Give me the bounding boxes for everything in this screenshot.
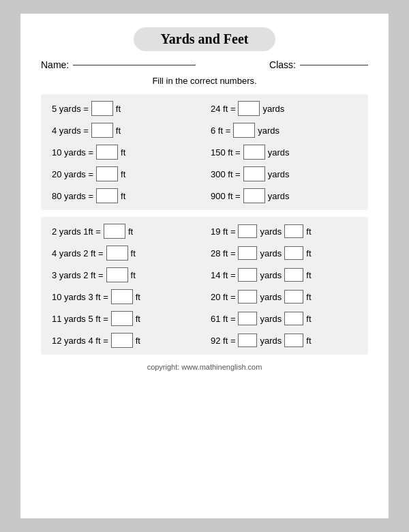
answer-input[interactable] <box>91 101 113 116</box>
name-label: Name: <box>41 59 69 70</box>
left-unit: ft <box>116 104 121 114</box>
right-unit: yards <box>268 191 290 201</box>
left-unit: ft <box>116 125 121 136</box>
name-field-group: Name: <box>41 59 196 70</box>
answer-input[interactable] <box>111 289 133 304</box>
answer-input[interactable] <box>96 145 118 160</box>
section-2: 2 yards 1ft = ft 19 ft = yards ft 4 yard… <box>41 217 368 355</box>
answer-input[interactable] <box>284 246 303 260</box>
answer-input[interactable] <box>111 333 133 348</box>
right-question: 19 ft = <box>211 226 236 237</box>
right-unit: yards <box>268 147 290 158</box>
problem-row: 10 yards = ft 150 ft = yards <box>52 145 357 160</box>
right-question: 14 ft = <box>211 270 236 280</box>
left-unit: ft <box>121 191 125 201</box>
problem-row: 11 yards 5 ft = ft 61 ft = yards ft <box>52 311 357 326</box>
right-problem: 150 ft = yards <box>211 145 357 160</box>
answer-input[interactable] <box>111 311 133 326</box>
answer-input[interactable] <box>238 101 260 116</box>
left-unit: ft <box>121 147 125 158</box>
left-question: 11 yards 5 ft = <box>52 314 108 324</box>
answer-input[interactable] <box>243 145 265 160</box>
problem-row: 4 yards = ft 6 ft = yards <box>52 123 357 138</box>
answer-input[interactable] <box>284 268 303 282</box>
answer-input[interactable] <box>233 123 255 138</box>
right-problem: 14 ft = yards ft <box>211 268 357 282</box>
answer-input[interactable] <box>284 290 303 304</box>
answer-input[interactable] <box>91 123 113 138</box>
right-problem: 24 ft = yards <box>211 101 357 116</box>
right-unit: ft <box>306 314 311 324</box>
right-mid: yards <box>260 336 282 346</box>
answer-input[interactable] <box>238 334 257 347</box>
left-question: 12 yards 4 ft = <box>52 336 108 346</box>
left-question: 2 yards 1ft = <box>52 226 101 237</box>
right-mid: yards <box>260 226 282 237</box>
right-question: 300 ft = <box>211 169 241 179</box>
left-problem: 10 yards 3 ft = ft <box>52 289 198 304</box>
right-mid: yards <box>260 292 282 302</box>
answer-input[interactable] <box>106 267 128 282</box>
left-unit: ft <box>136 314 140 324</box>
answer-input[interactable] <box>96 166 118 181</box>
answer-input[interactable] <box>238 268 257 282</box>
right-unit: ft <box>306 248 311 258</box>
answer-input[interactable] <box>238 246 257 260</box>
left-unit: ft <box>121 169 125 179</box>
left-unit: ft <box>136 292 140 302</box>
answer-input[interactable] <box>104 224 125 239</box>
right-unit: ft <box>306 270 311 280</box>
right-unit: yards <box>258 125 279 136</box>
answer-input[interactable] <box>284 312 303 325</box>
answer-input[interactable] <box>243 166 265 181</box>
answer-input[interactable] <box>284 334 303 347</box>
right-problem: 61 ft = yards ft <box>211 312 357 325</box>
left-problem: 2 yards 1ft = ft <box>52 224 198 239</box>
title-wrapper: Yards and Feet <box>41 27 368 51</box>
left-unit: ft <box>131 248 136 258</box>
right-question: 900 ft = <box>211 191 241 201</box>
right-unit: ft <box>306 292 311 302</box>
right-problem: 900 ft = yards <box>211 188 357 203</box>
right-unit: yards <box>268 169 290 179</box>
right-question: 61 ft = <box>211 314 236 324</box>
left-problem: 10 yards = ft <box>52 145 198 160</box>
left-unit: ft <box>128 226 133 237</box>
left-question: 5 yards = <box>52 104 89 114</box>
problem-row: 3 yards 2 ft = ft 14 ft = yards ft <box>52 267 357 282</box>
left-problem: 4 yards = ft <box>52 123 198 138</box>
right-unit: ft <box>306 336 311 346</box>
left-problem: 5 yards = ft <box>52 101 198 116</box>
left-question: 4 yards = <box>52 125 89 136</box>
left-problem: 20 yards = ft <box>52 166 198 181</box>
worksheet-title: Yards and Feet <box>134 27 276 51</box>
name-class-row: Name: Class: <box>41 59 368 70</box>
right-problem: 20 ft = yards ft <box>211 290 357 304</box>
answer-input[interactable] <box>238 224 257 238</box>
answer-input[interactable] <box>106 246 128 261</box>
name-underline[interactable] <box>73 65 196 65</box>
class-field-group: Class: <box>269 59 368 70</box>
problem-row: 80 yards = ft 900 ft = yards <box>52 188 357 203</box>
answer-input[interactable] <box>243 188 265 203</box>
right-mid: yards <box>260 248 282 258</box>
left-question: 80 yards = <box>52 191 93 201</box>
answer-input[interactable] <box>238 290 257 304</box>
answer-input[interactable] <box>284 224 303 238</box>
instructions: Fill in the correct numbers. <box>41 76 368 86</box>
section-1: 5 yards = ft 24 ft = yards 4 yards = ft … <box>41 94 368 210</box>
answer-input[interactable] <box>96 188 118 203</box>
left-unit: ft <box>131 270 136 280</box>
problem-row: 12 yards 4 ft = ft 92 ft = yards ft <box>52 333 357 348</box>
class-underline[interactable] <box>300 65 368 65</box>
right-question: 150 ft = <box>211 147 241 158</box>
right-question: 28 ft = <box>211 248 236 258</box>
left-question: 10 yards = <box>52 147 93 158</box>
answer-input[interactable] <box>238 312 257 325</box>
problem-row: 5 yards = ft 24 ft = yards <box>52 101 357 116</box>
right-question: 24 ft = <box>211 104 236 114</box>
left-problem: 11 yards 5 ft = ft <box>52 311 198 326</box>
problem-row: 4 yards 2 ft = ft 28 ft = yards ft <box>52 246 357 261</box>
left-problem: 4 yards 2 ft = ft <box>52 246 198 261</box>
problem-row: 20 yards = ft 300 ft = yards <box>52 166 357 181</box>
